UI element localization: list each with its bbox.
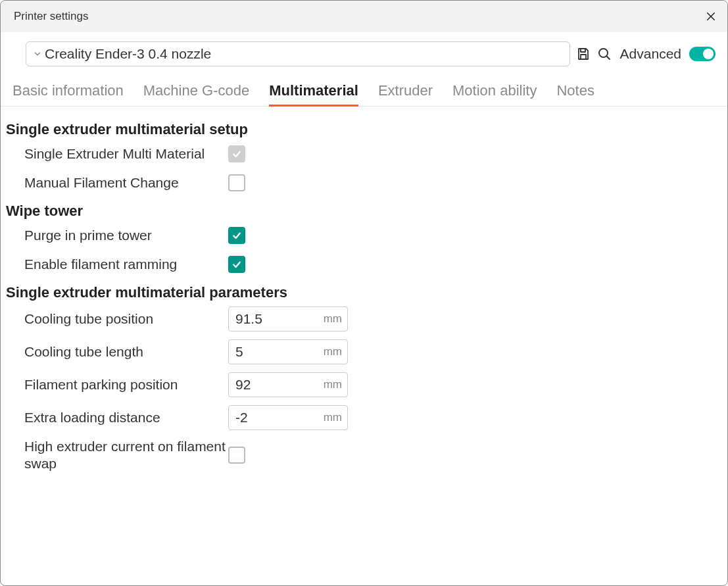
title-bar: Printer settings xyxy=(1,1,727,32)
row-semm: Single Extruder Multi Material xyxy=(5,139,727,168)
label-extra-loading: Extra loading distance xyxy=(24,409,228,426)
section-heading-wipe: Wipe tower xyxy=(5,197,727,221)
svg-line-4 xyxy=(606,56,610,59)
content: Single extruder multimaterial setup Sing… xyxy=(1,107,727,477)
profile-row: Creality Ender-3 0.4 nozzle Advanced xyxy=(1,32,727,73)
checkbox-ramming[interactable] xyxy=(228,256,245,273)
search-icon[interactable] xyxy=(596,46,612,62)
input-wrap-cooling-len: mm xyxy=(228,339,348,364)
checkbox-high-current[interactable] xyxy=(228,447,245,464)
profile-select[interactable]: Creality Ender-3 0.4 nozzle xyxy=(26,41,570,66)
checkbox-purge[interactable] xyxy=(228,227,245,244)
label-semm: Single Extruder Multi Material xyxy=(24,145,228,162)
save-icon[interactable] xyxy=(575,46,591,62)
input-extra-loading[interactable] xyxy=(229,406,347,429)
section-heading-setup: Single extruder multimaterial setup xyxy=(5,113,727,139)
tab-notes[interactable]: Notes xyxy=(556,80,594,106)
profile-name: Creality Ender-3 0.4 nozzle xyxy=(45,46,211,62)
window-title: Printer settings xyxy=(14,10,88,23)
tab-basic[interactable]: Basic information xyxy=(12,80,124,106)
row-cooling-len: Cooling tube length mm xyxy=(5,335,727,368)
row-ramming: Enable filament ramming xyxy=(5,250,727,279)
label-high-current: High extruder current on filament swap xyxy=(24,438,228,473)
label-ramming: Enable filament ramming xyxy=(24,256,228,273)
input-wrap-cooling-pos: mm xyxy=(228,306,348,331)
row-purge: Purge in prime tower xyxy=(5,221,727,250)
tab-gcode[interactable]: Machine G-code xyxy=(143,80,249,106)
tabs: Basic information Machine G-code Multima… xyxy=(1,73,727,107)
input-parking[interactable] xyxy=(229,373,347,397)
section-heading-params: Single extruder multimaterial parameters xyxy=(5,279,727,303)
svg-rect-2 xyxy=(581,55,586,59)
close-icon[interactable] xyxy=(705,11,717,22)
input-cooling-len[interactable] xyxy=(229,340,347,364)
label-cooling-pos: Cooling tube position xyxy=(24,310,228,328)
tab-motion[interactable]: Motion ability xyxy=(452,80,537,106)
chevron-down-icon xyxy=(33,49,42,59)
row-manual-change: Manual Filament Change xyxy=(5,168,727,197)
input-cooling-pos[interactable] xyxy=(229,307,347,331)
input-wrap-parking: mm xyxy=(228,372,348,397)
row-high-current: High extruder current on filament swap xyxy=(5,434,727,477)
label-manual-change: Manual Filament Change xyxy=(24,174,228,191)
advanced-toggle[interactable] xyxy=(689,47,716,61)
toggle-knob xyxy=(703,49,714,59)
row-extra-loading: Extra loading distance mm xyxy=(5,401,727,434)
checkbox-manual-change[interactable] xyxy=(228,174,245,191)
advanced-label: Advanced xyxy=(620,46,681,62)
label-cooling-len: Cooling tube length xyxy=(24,343,228,360)
row-cooling-pos: Cooling tube position mm xyxy=(5,303,727,335)
tab-extruder[interactable]: Extruder xyxy=(378,80,433,106)
row-parking: Filament parking position mm xyxy=(5,368,727,401)
label-purge: Purge in prime tower xyxy=(24,227,228,244)
label-parking: Filament parking position xyxy=(24,376,228,393)
tab-multimaterial[interactable]: Multimaterial xyxy=(269,80,358,106)
input-wrap-extra-loading: mm xyxy=(228,405,348,430)
checkbox-semm[interactable] xyxy=(228,145,245,162)
